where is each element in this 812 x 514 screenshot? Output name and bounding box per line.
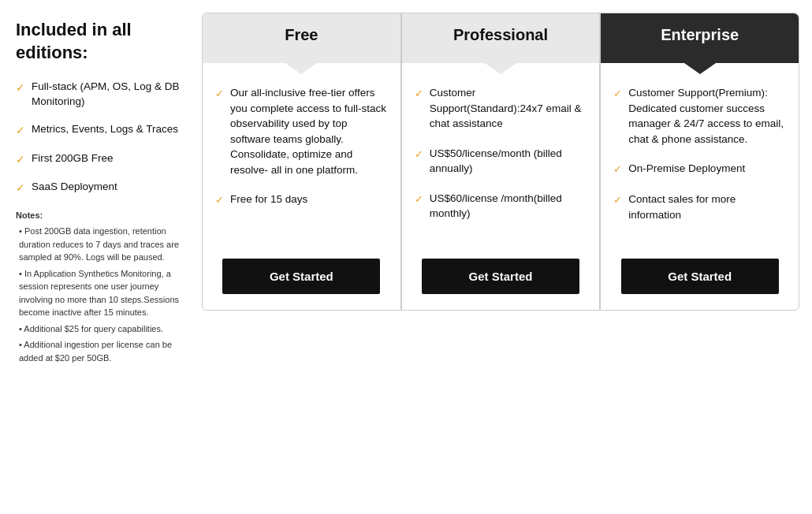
free-get-started-button[interactable]: Get Started [222,259,380,294]
enterprise-card-footer: Get Started [601,249,799,310]
professional-card-features: ✓ Customer Support(Standard):24x7 email … [415,85,587,237]
enterprise-card-header: Enterprise [601,13,799,63]
check-icon: ✓ [415,87,423,102]
list-item: ✓ SaaS Deployment [16,180,189,196]
enterprise-get-started-button[interactable]: Get Started [621,259,779,294]
enterprise-card: Enterprise ✓ Customer Support(Premium): … [600,13,799,311]
free-card-features: ✓ Our all-inclusive free-tier offers you… [215,85,388,237]
feature-text: Full-stack (APM, OS, Log & DB Monitoring… [32,80,189,110]
professional-card-title: Professional [412,26,590,44]
check-icon: ✓ [613,87,622,102]
check-icon: ✓ [16,80,25,96]
notes-list: Post 200GB data ingestion, retention dur… [16,225,189,364]
note-item: In Application Synthetics Monitoring, a … [19,267,189,319]
list-item: ✓ Customer Support(Standard):24x7 email … [415,85,587,132]
free-card-footer: Get Started [203,249,400,310]
list-item: ✓ Our all-inclusive free-tier offers you… [215,85,388,177]
professional-card: Professional ✓ Customer Support(Standard… [401,13,601,311]
free-card-body: ✓ Our all-inclusive free-tier offers you… [203,63,400,249]
feature-text: First 200GB Free [32,151,114,166]
note-item: Additional ingestion per license can be … [19,338,189,364]
professional-card-header: Professional [402,13,600,63]
feature-text: Our all-inclusive free-tier offers you c… [230,85,388,177]
feature-text: Customer Support(Standard):24x7 email & … [430,85,587,132]
free-card-title: Free [212,26,391,44]
list-item: ✓ Customer Support(Premium): Dedicated c… [613,85,786,147]
feature-text: SaaS Deployment [32,180,117,195]
note-item: Additional $25 for query capabilities. [19,322,189,336]
feature-text: Metrics, Events, Logs & Traces [32,122,178,137]
list-item: ✓ First 200GB Free [16,151,189,168]
left-heading: Included in all editions: [16,19,189,64]
enterprise-card-features: ✓ Customer Support(Premium): Dedicated c… [613,85,786,237]
check-icon: ✓ [415,147,423,162]
check-icon: ✓ [16,181,25,196]
check-icon: ✓ [215,87,224,102]
list-item: ✓ Contact sales for more information [613,192,786,222]
enterprise-card-body: ✓ Customer Support(Premium): Dedicated c… [601,63,799,249]
note-item: Post 200GB data ingestion, retention dur… [19,225,189,264]
cards-area: Free ✓ Our all-inclusive free-tier offer… [202,13,799,311]
list-item: ✓ On-Premise Deployment [613,161,786,177]
list-item: ✓ US$50/license/month (billed annually) [415,146,587,177]
check-icon: ✓ [215,193,224,208]
feature-text: US$50/license/month (billed annually) [430,146,587,177]
list-item: ✓ US$60/license /month(billed monthly) [415,191,587,222]
feature-text: US$60/license /month(billed monthly) [430,191,587,222]
feature-list: ✓ Full-stack (APM, OS, Log & DB Monitori… [16,80,189,196]
check-icon: ✓ [613,162,622,177]
free-card: Free ✓ Our all-inclusive free-tier offer… [202,13,401,311]
notes-title: Notes: [16,209,189,222]
professional-card-footer: Get Started [402,249,600,310]
notes-section: Notes: Post 200GB data ingestion, retent… [16,209,189,365]
feature-text: On-Premise Deployment [628,161,745,177]
list-item: ✓ Full-stack (APM, OS, Log & DB Monitori… [16,80,189,110]
list-item: ✓ Free for 15 days [215,192,388,208]
check-icon: ✓ [16,152,25,168]
check-icon: ✓ [415,192,423,207]
professional-get-started-button[interactable]: Get Started [422,259,579,294]
list-item: ✓ Metrics, Events, Logs & Traces [16,122,189,139]
left-column: Included in all editions: ✓ Full-stack (… [13,13,202,374]
feature-text: Contact sales for more information [628,192,786,222]
free-card-header: Free [203,13,400,63]
feature-text: Free for 15 days [230,192,307,207]
feature-text: Customer Support(Premium): Dedicated cus… [628,85,786,147]
check-icon: ✓ [613,193,622,208]
check-icon: ✓ [16,123,25,139]
professional-card-body: ✓ Customer Support(Standard):24x7 email … [402,63,600,249]
enterprise-card-title: Enterprise [610,26,789,44]
pricing-layout: Included in all editions: ✓ Full-stack (… [13,13,799,374]
